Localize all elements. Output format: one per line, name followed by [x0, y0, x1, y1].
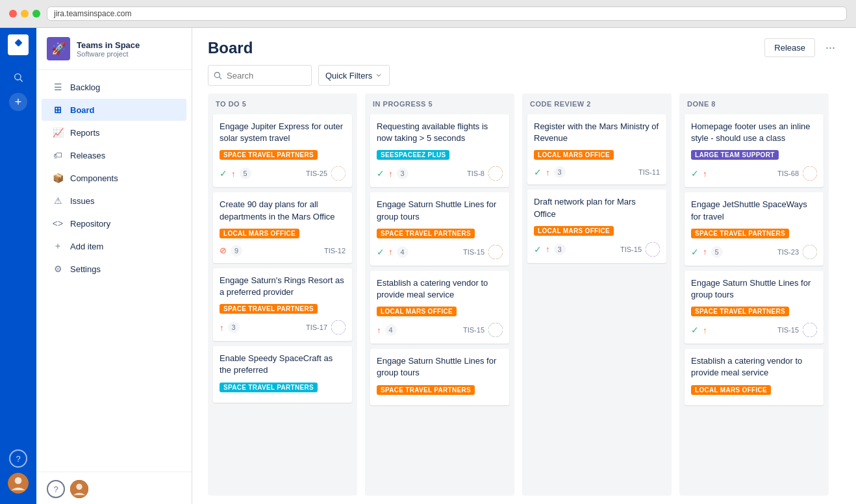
story-points: 3 [554, 166, 566, 178]
card-footer-right: TIS-17 [306, 320, 346, 334]
priority-arrow-icon: ↑ [703, 169, 707, 179]
svg-point-21 [807, 247, 812, 252]
svg-point-23 [807, 326, 812, 331]
close-button[interactable] [9, 10, 17, 18]
global-nav-bottom: ? [0, 449, 36, 494]
minimize-button[interactable] [21, 10, 29, 18]
search-nav-icon[interactable] [6, 66, 30, 89]
priority-arrow-icon: ↑ [220, 323, 224, 333]
card-id: TIS-12 [324, 247, 346, 255]
svg-point-7 [336, 170, 340, 174]
card-id: TIS-68 [777, 170, 799, 177]
releases-icon: 🏷 [52, 149, 64, 161]
card-avatar [803, 245, 817, 259]
search-input[interactable] [208, 65, 312, 86]
card-tag: LOCAL MARS OFFICE [534, 226, 614, 236]
board-label: Board [70, 105, 95, 115]
sidebar-item-releases[interactable]: 🏷 Releases [36, 144, 192, 166]
help-icon[interactable]: ? [9, 449, 27, 468]
sidebar-item-repository[interactable]: <> Repository [36, 212, 192, 234]
card-footer-right: TIS-8 [467, 166, 503, 181]
quick-filters-label: Quick Filters [325, 71, 372, 81]
jira-logo[interactable] [8, 34, 29, 55]
add-item-label: Add item [70, 242, 103, 251]
url-bar[interactable]: jira.teamsinspace.com [47, 6, 847, 21]
sidebar-item-board[interactable]: ⊞ Board [36, 99, 192, 121]
card[interactable]: Enable Speedy SpaceCraft as the preferre… [213, 346, 352, 402]
user-avatar[interactable] [8, 473, 29, 494]
card[interactable]: Create 90 day plans for all departments … [213, 192, 352, 262]
card[interactable]: Engage Saturn Shuttle Lines for group to… [685, 271, 824, 344]
card-title: Establish a catering vendor to provide m… [377, 277, 503, 301]
main-content: Board Release ··· Quick Filters TO DO 5E… [192, 28, 856, 504]
card-tag: SPACE TRAVEL PARTNERS [691, 307, 789, 316]
card[interactable]: Homepage footer uses an inline style - s… [685, 114, 824, 187]
card[interactable]: Establish a catering vendor to provide m… [685, 349, 824, 405]
sidebar-nav: ☰ Backlog ⊞ Board 📈 Reports 🏷 Re [36, 70, 192, 286]
sidebar-item-issues[interactable]: ⚠ Issues [36, 190, 192, 212]
card-avatar [488, 166, 503, 181]
svg-point-13 [493, 247, 497, 252]
card[interactable]: Draft network plan for Mars OfficeLOCAL … [527, 190, 666, 262]
column-codereview: CODE REVIEW 2Register with the Mars Mini… [522, 94, 672, 496]
sidebar-item-settings[interactable]: ⚙ Settings [36, 258, 192, 280]
card-tag: SPACE TRAVEL PARTNERS [220, 304, 318, 314]
card-id: TIS-25 [306, 170, 327, 177]
priority-arrow-icon: ↑ [546, 168, 550, 177]
maximize-button[interactable] [32, 10, 40, 18]
card[interactable]: Engage Saturn's Rings Resort as a prefer… [213, 268, 352, 341]
sidebar-item-backlog[interactable]: ☰ Backlog [36, 76, 192, 98]
more-button[interactable]: ··· [820, 38, 840, 57]
column-header-done: DONE 8 [679, 94, 829, 112]
check-icon: ✓ [220, 168, 227, 179]
card[interactable]: Engage Saturn Shuttle Lines for group to… [370, 349, 509, 405]
card-tag: SPACE TRAVEL PARTNERS [691, 229, 789, 238]
search-wrapper [208, 65, 312, 86]
priority-arrow-icon: ↑ [703, 325, 707, 335]
card[interactable]: Establish a catering vendor to provide m… [370, 271, 509, 344]
user-avatar-sidebar[interactable] [70, 480, 88, 498]
board-toolbar: Quick Filters [192, 57, 856, 94]
sidebar-item-components[interactable]: 📦 Components [36, 167, 192, 189]
project-header: 🚀 Teams in Space Software project [36, 28, 192, 70]
story-points: 5 [711, 246, 723, 258]
card[interactable]: Engage Jupiter Express for outer solar s… [213, 114, 352, 187]
card[interactable]: Requesting available flights is now taki… [370, 114, 509, 187]
card-footer: ✓↑3TIS-11 [534, 166, 660, 178]
reports-label: Reports [70, 128, 100, 138]
help-button[interactable]: ? [47, 480, 65, 498]
add-item-icon: ＋ [52, 240, 64, 252]
card[interactable]: Engage JetShuttle SpaceWays for travelSP… [685, 192, 824, 265]
quick-filters-button[interactable]: Quick Filters [318, 65, 390, 86]
sidebar-item-add-item[interactable]: ＋ Add item [36, 235, 192, 257]
svg-point-19 [807, 170, 812, 174]
card-id: TIS-15 [777, 326, 799, 334]
page-title: Board [208, 39, 253, 57]
card-title: Engage Saturn Shuttle Lines for group to… [377, 355, 503, 379]
priority-arrow-icon: ↑ [546, 244, 550, 254]
card-avatar [488, 323, 503, 337]
column-cards-todo: Engage Jupiter Express for outer solar s… [208, 112, 357, 496]
story-points: 4 [385, 324, 397, 336]
priority-arrow-icon: ↑ [388, 247, 393, 257]
card-title: Engage Saturn Shuttle Lines for group to… [691, 277, 817, 301]
chevron-down-icon [375, 71, 383, 79]
project-avatar: 🚀 [47, 37, 70, 60]
backlog-label: Backlog [70, 82, 100, 92]
release-button[interactable]: Release [764, 38, 815, 57]
create-nav-icon[interactable]: + [9, 93, 27, 111]
card-title: Homepage footer uses an inline style - s… [691, 121, 817, 144]
card-tag: LARGE TEAM SUPPORT [691, 150, 779, 160]
card[interactable]: Register with the Mars Ministry of Reven… [527, 114, 666, 184]
card-title: Create 90 day plans for all departments … [220, 199, 346, 222]
sidebar-item-reports[interactable]: 📈 Reports [36, 121, 192, 144]
priority-arrow-icon: ↑ [703, 247, 707, 257]
header-actions: Release ··· [764, 38, 840, 57]
card-footer-right: TIS-25 [306, 166, 346, 181]
card-tag: SPACE TRAVEL PARTNERS [377, 229, 475, 238]
card[interactable]: Engage Saturn Shuttle Lines for group to… [370, 192, 509, 265]
card-title: Requesting available flights is now taki… [377, 121, 503, 144]
card-footer-right: TIS-15 [620, 242, 660, 257]
card-footer: ⊘9TIS-12 [220, 245, 346, 257]
card-id: TIS-8 [467, 170, 485, 177]
